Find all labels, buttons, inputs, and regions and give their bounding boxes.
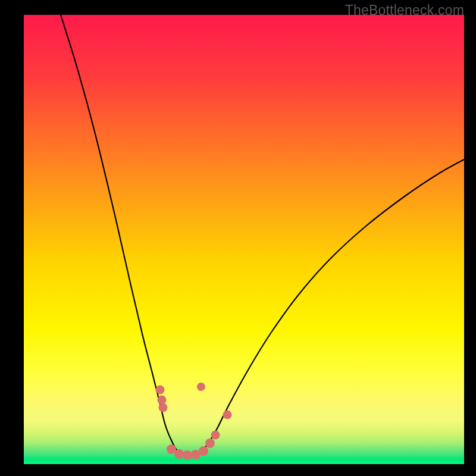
marker-dot [197,383,205,391]
curves-layer [24,15,464,464]
plot-area [24,15,464,464]
marker-dot [183,450,192,460]
marker-dot [158,396,167,405]
marker-dot [223,411,232,419]
marker-dot [159,403,168,412]
right-curve [196,159,464,455]
marker-dot [205,439,215,448]
chart-frame: TheBottleneck.com [0,0,476,476]
marker-dot [211,431,220,440]
marker-dot [199,446,208,456]
left-curve [61,15,184,455]
marker-dot [174,449,184,459]
marker-dot [156,386,165,394]
